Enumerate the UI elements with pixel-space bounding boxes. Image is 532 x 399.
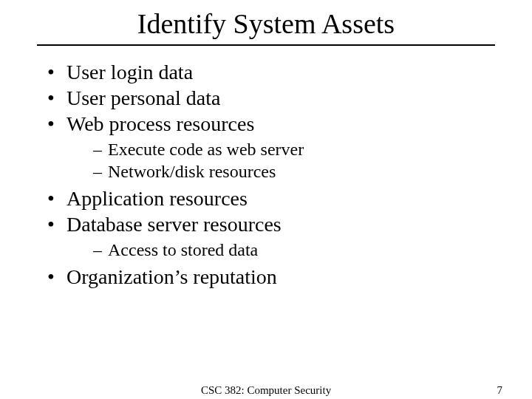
list-item: Web process resources Execute code as we… <box>47 111 495 183</box>
sub-list-item: Access to stored data <box>93 239 495 261</box>
bullet-text: User login data <box>66 61 193 83</box>
bullet-text: Network/disk resources <box>108 162 276 181</box>
bullet-text: Access to stored data <box>108 240 258 259</box>
bullet-list: User login data User personal data Web p… <box>37 59 495 290</box>
bullet-text: Application resources <box>66 187 248 210</box>
sub-list: Access to stored data <box>66 239 495 261</box>
slide-title: Identify System Assets <box>37 7 495 44</box>
list-item: Organization’s reputation <box>47 264 495 290</box>
bullet-text: Web process resources <box>66 112 254 135</box>
list-item: Database server resources Access to stor… <box>47 211 495 261</box>
sub-list-item: Network/disk resources <box>93 160 495 183</box>
title-block: Identify System Assets <box>37 7 495 46</box>
bullet-text: User personal data <box>66 86 220 109</box>
list-item: User personal data <box>47 85 495 111</box>
slide: Identify System Assets User login data U… <box>0 0 532 399</box>
sub-list-item: Execute code as web server <box>93 138 495 160</box>
bullet-text: Execute code as web server <box>108 140 304 159</box>
bullet-text: Organization’s reputation <box>66 265 277 288</box>
page-number: 7 <box>497 384 503 397</box>
title-underline <box>37 44 495 46</box>
list-item: Application resources <box>47 185 495 211</box>
sub-list: Execute code as web server Network/disk … <box>66 138 495 183</box>
footer-course: CSC 382: Computer Security <box>0 384 532 397</box>
bullet-text: Database server resources <box>66 213 282 236</box>
list-item: User login data <box>47 59 495 85</box>
